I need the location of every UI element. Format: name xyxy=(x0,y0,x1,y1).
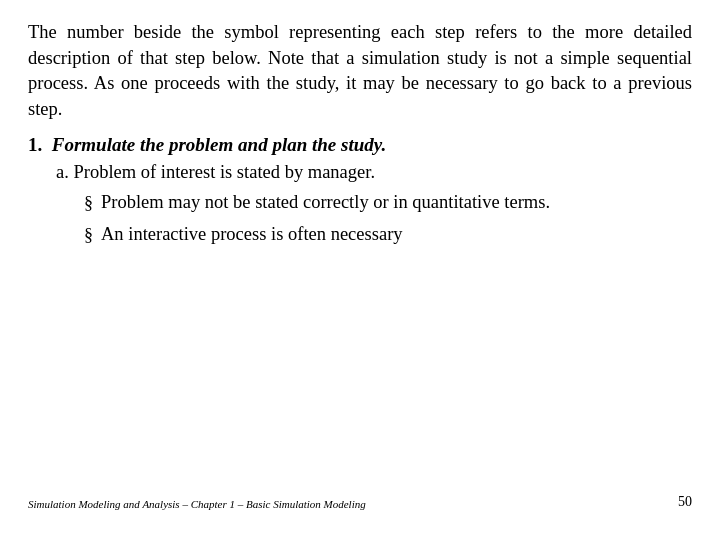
numbered-item: 1. Formulate the problem and plan the st… xyxy=(28,132,692,247)
bullet-items: § Problem may not be stated correctly or… xyxy=(84,190,692,248)
item-label: Formulate the problem and plan the study… xyxy=(52,134,386,155)
bullet-symbol-2: § xyxy=(84,223,93,248)
slide-container: The number beside the symbol representin… xyxy=(0,0,720,540)
footer-left: Simulation Modeling and Analysis – Chapt… xyxy=(28,498,366,510)
bullet-text-2: An interactive process is often necessar… xyxy=(101,222,692,248)
sub-a-label: a. xyxy=(56,162,69,182)
intro-text: The number beside the symbol representin… xyxy=(28,22,692,119)
sub-item-a: a. Problem of interest is stated by mana… xyxy=(56,160,692,186)
item-number: 1. xyxy=(28,134,42,155)
bullet-item-2: § An interactive process is often necess… xyxy=(84,222,692,248)
sub-a-text: Problem of interest is stated by manager… xyxy=(73,162,375,182)
numbered-item-header: 1. Formulate the problem and plan the st… xyxy=(28,132,692,158)
bullet-symbol-1: § xyxy=(84,191,93,216)
footer: Simulation Modeling and Analysis – Chapt… xyxy=(28,494,692,510)
footer-right: 50 xyxy=(678,494,692,510)
main-content: The number beside the symbol representin… xyxy=(28,20,692,486)
bullet-item-1: § Problem may not be stated correctly or… xyxy=(84,190,692,216)
intro-paragraph: The number beside the symbol representin… xyxy=(28,20,692,122)
bullet-text-1: Problem may not be stated correctly or i… xyxy=(101,190,692,216)
